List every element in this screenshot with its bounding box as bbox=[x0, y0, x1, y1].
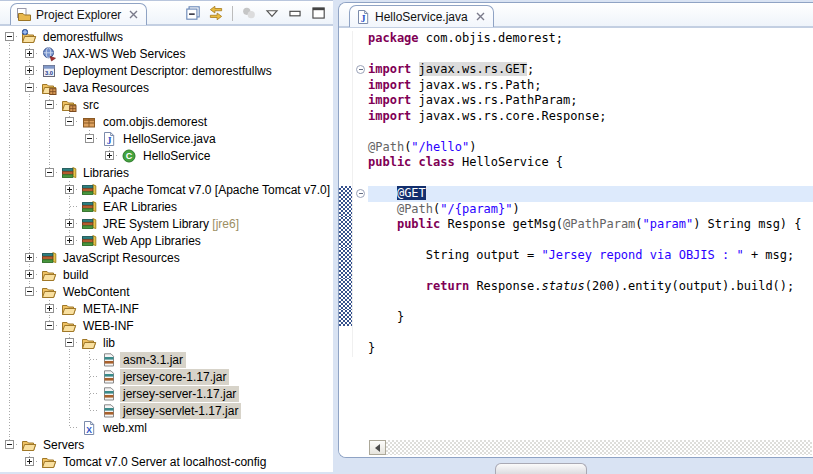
tree-item-jersey-core-1-17-jar[interactable]: jersey-core-1.17.jar bbox=[0, 368, 333, 385]
code-editor[interactable]: package com.objis.demorest;import javax.… bbox=[339, 27, 813, 457]
tab-project-explorer[interactable]: Project Explorer bbox=[10, 3, 147, 25]
tree-item-demorestfullws[interactable]: demorestfullws bbox=[0, 28, 333, 45]
collapse-icon[interactable] bbox=[45, 168, 54, 177]
code-line-19[interactable]: } bbox=[339, 310, 813, 326]
horizontal-scrollbar[interactable] bbox=[369, 440, 812, 455]
code-text[interactable] bbox=[368, 233, 813, 249]
expand-icon[interactable] bbox=[105, 151, 114, 160]
code-line-16[interactable] bbox=[339, 264, 813, 280]
expand-icon[interactable] bbox=[25, 457, 34, 466]
code-text[interactable]: import javax.ws.rs.Path; bbox=[368, 78, 813, 94]
focus-on-active-task-icon[interactable] bbox=[240, 4, 258, 22]
code-text[interactable] bbox=[368, 326, 813, 342]
tree-item-build[interactable]: build bbox=[0, 266, 333, 283]
code-line-10[interactable] bbox=[339, 171, 813, 187]
close-icon[interactable] bbox=[475, 11, 486, 22]
scroll-left-button[interactable] bbox=[369, 440, 386, 455]
link-with-editor-icon[interactable] bbox=[207, 4, 225, 22]
code-line-5[interactable]: import javax.ws.rs.PathParam; bbox=[339, 93, 813, 109]
tree-item-ear-libraries[interactable]: EAR Libraries bbox=[0, 198, 333, 215]
code-line-8[interactable]: @Path("/hello") bbox=[339, 140, 813, 156]
tree-item-lib[interactable]: lib bbox=[0, 334, 333, 351]
code-text[interactable] bbox=[368, 124, 813, 140]
tree-item-deployment-descriptor-demorestfullws[interactable]: 3.0Deployment Descriptor: demorestfullws bbox=[0, 62, 333, 79]
expand-icon[interactable] bbox=[25, 253, 34, 262]
code-text[interactable]: } bbox=[368, 310, 813, 326]
code-text[interactable]: import javax.ws.rs.PathParam; bbox=[368, 93, 813, 109]
tree-item-apache-tomcat-v7-0-apache-tomcat-v7-0[interactable]: Apache Tomcat v7.0 [Apache Tomcat v7.0] bbox=[0, 181, 333, 198]
code-line-6[interactable]: import javax.ws.rs.core.Response; bbox=[339, 109, 813, 125]
code-text[interactable]: import javax.ws.rs.core.Response; bbox=[368, 109, 813, 125]
code-text[interactable]: @GET bbox=[368, 186, 813, 202]
code-line-2[interactable] bbox=[339, 47, 813, 63]
collapse-icon[interactable] bbox=[5, 32, 14, 41]
collapse-icon[interactable] bbox=[25, 287, 34, 296]
tab-helloservice-java[interactable]: J HelloService.java bbox=[349, 5, 494, 27]
tree-item-java-resources[interactable]: Java Resources bbox=[0, 79, 333, 96]
expand-icon[interactable] bbox=[45, 304, 54, 313]
expand-icon[interactable] bbox=[65, 219, 74, 228]
tree-item-helloservice-java[interactable]: JHelloService.java bbox=[0, 130, 333, 147]
code-text[interactable] bbox=[368, 171, 813, 187]
tree-item-web-inf[interactable]: WEB-INF bbox=[0, 317, 333, 334]
expand-icon[interactable] bbox=[65, 236, 74, 245]
code-line-9[interactable]: public class HelloService { bbox=[339, 155, 813, 171]
maximize-icon[interactable] bbox=[309, 4, 327, 22]
tree-item-helloservice[interactable]: CHelloService bbox=[0, 147, 333, 164]
code-text[interactable]: } bbox=[368, 341, 813, 357]
expand-icon[interactable] bbox=[65, 185, 74, 194]
collapse-fold-icon[interactable] bbox=[356, 189, 365, 198]
collapse-icon[interactable] bbox=[45, 100, 54, 109]
code-line-21[interactable]: } bbox=[339, 341, 813, 357]
code-text[interactable]: return Response.status(200).entity(outpu… bbox=[368, 279, 813, 295]
tree-item-jersey-servlet-1-17-jar[interactable]: jersey-servlet-1.17.jar bbox=[0, 402, 333, 419]
collapse-icon[interactable] bbox=[65, 117, 74, 126]
tree-item-jre-system-library[interactable]: JRE System Library [jre6] bbox=[0, 215, 333, 232]
code-line-12[interactable]: @Path("/{param}") bbox=[339, 202, 813, 218]
code-text[interactable]: @Path("/hello") bbox=[368, 140, 813, 156]
tree-item-javascript-resources[interactable]: JavaScript Resources bbox=[0, 249, 333, 266]
code-line-15[interactable]: String output = "Jersey repond via OBJIS… bbox=[339, 248, 813, 264]
tree-item-webcontent[interactable]: WebContent bbox=[0, 283, 333, 300]
tree-item-meta-inf[interactable]: META-INF bbox=[0, 300, 333, 317]
code-text[interactable] bbox=[368, 295, 813, 311]
view-menu-icon[interactable] bbox=[263, 4, 281, 22]
close-icon[interactable] bbox=[128, 9, 139, 20]
expand-icon[interactable] bbox=[25, 49, 34, 58]
collapse-all-icon[interactable] bbox=[184, 4, 202, 22]
tree-item-jax-ws-web-services[interactable]: JAX-WS Web Services bbox=[0, 45, 333, 62]
code-text[interactable]: public Response getMsg(@PathParam("param… bbox=[368, 217, 813, 233]
expand-icon[interactable] bbox=[25, 270, 34, 279]
collapse-icon[interactable] bbox=[25, 83, 34, 92]
code-text[interactable] bbox=[368, 47, 813, 63]
minimize-icon[interactable] bbox=[286, 4, 304, 22]
code-line-11[interactable]: @GET bbox=[339, 186, 813, 202]
code-line-1[interactable]: package com.objis.demorest; bbox=[339, 31, 813, 47]
code-line-18[interactable] bbox=[339, 295, 813, 311]
code-text[interactable]: public class HelloService { bbox=[368, 155, 813, 171]
code-text[interactable]: @Path("/{param}") bbox=[368, 202, 813, 218]
collapse-icon[interactable] bbox=[5, 440, 14, 449]
tree-item-tomcat-v7-0-server-at-localhost-config[interactable]: Tomcat v7.0 Server at localhost-config bbox=[0, 453, 333, 470]
tree-item-libraries[interactable]: Libraries bbox=[0, 164, 333, 181]
code-line-20[interactable] bbox=[339, 326, 813, 342]
tree-item-servers[interactable]: Servers bbox=[0, 436, 333, 453]
code-line-3[interactable]: import javax.ws.rs.GET; bbox=[339, 62, 813, 78]
collapse-fold-icon[interactable] bbox=[356, 65, 365, 74]
code-text[interactable]: package com.objis.demorest; bbox=[368, 31, 813, 47]
tree-item-jersey-server-1-17-jar[interactable]: jersey-server-1.17.jar bbox=[0, 385, 333, 402]
tree-item-com-objis-demorest[interactable]: com.objis.demorest bbox=[0, 113, 333, 130]
code-line-7[interactable] bbox=[339, 124, 813, 140]
tree-item-src[interactable]: src bbox=[0, 96, 333, 113]
tree-item-web-xml[interactable]: Xweb.xml bbox=[0, 419, 333, 436]
project-explorer-tree[interactable]: demorestfullwsJAX-WS Web Services3.0Depl… bbox=[0, 25, 333, 472]
code-text[interactable]: import javax.ws.rs.GET; bbox=[368, 62, 813, 78]
tree-item-asm-3-1-jar[interactable]: asm-3.1.jar bbox=[0, 351, 333, 368]
code-text[interactable] bbox=[368, 264, 813, 280]
collapse-icon[interactable] bbox=[45, 321, 54, 330]
tree-item-web-app-libraries[interactable]: Web App Libraries bbox=[0, 232, 333, 249]
code-text[interactable]: String output = "Jersey repond via OBJIS… bbox=[368, 248, 813, 264]
expand-icon[interactable] bbox=[25, 66, 34, 75]
collapse-icon[interactable] bbox=[65, 338, 74, 347]
code-line-4[interactable]: import javax.ws.rs.Path; bbox=[339, 78, 813, 94]
